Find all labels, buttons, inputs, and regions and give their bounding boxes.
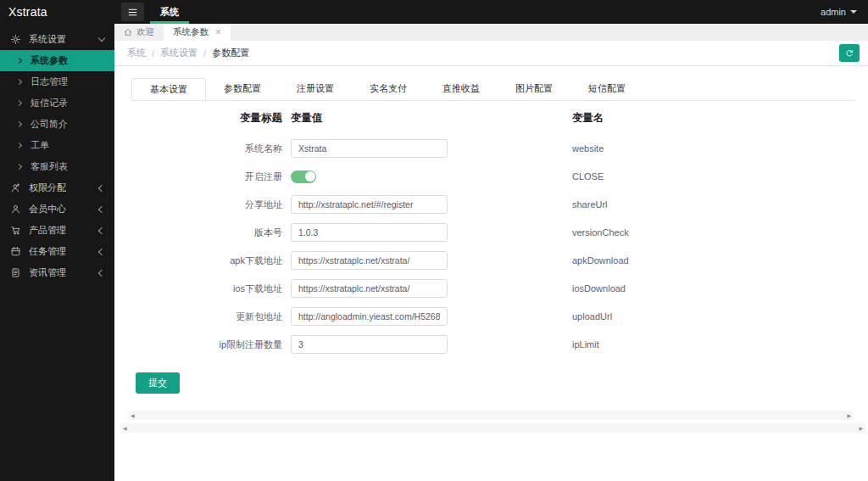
field-value-cell [291, 251, 448, 270]
content-panel: 基本设置参数配置注册设置实名支付直推收益图片配置短信配置 变量标题 变量值 变量… [114, 66, 868, 481]
sidebar-item-label: 系统设置 [29, 33, 99, 46]
field-value-cell [291, 195, 448, 214]
user-dropdown[interactable]: admin [821, 7, 857, 17]
main-area: 系统 admin 欢迎系统参数× 系统 / 系统设置 / 参数配置 [114, 0, 868, 481]
input-apk-download[interactable] [291, 251, 448, 270]
sidebar-item-news-management[interactable]: 资讯管理 [0, 262, 114, 283]
app-root: Xstrata 系统设置系统参数日志管理短信记录公司简介工单客服列表权限分配会员… [0, 0, 868, 481]
sidebar-subitem-label: 工单 [31, 139, 49, 152]
settings-tab-图片配置[interactable]: 图片配置 [498, 78, 570, 100]
field-label: ip限制注册数量 [131, 338, 291, 351]
breadcrumb-separator: / [152, 48, 154, 59]
sidebar-item-label: 产品管理 [29, 224, 99, 237]
sidebar-subitem-company-profile[interactable]: 公司简介 [0, 114, 114, 135]
horizontal-scrollbar-outer[interactable]: ◀ ▶ [120, 423, 865, 433]
form-row-register-open: 开启注册CLOSE [131, 167, 855, 186]
chevron-left-icon [98, 184, 105, 191]
variable-name: shareUrl [572, 199, 608, 210]
field-value-cell [291, 335, 448, 354]
sidebar-item-system-settings[interactable]: 系统设置 [0, 29, 114, 50]
sidebar-subitem-work-orders[interactable]: 工单 [0, 135, 114, 156]
sidebar-item-permission-assign[interactable]: 权限分配 [0, 177, 114, 199]
field-label: apk下载地址 [131, 254, 291, 267]
variable-name: CLOSE [572, 171, 604, 182]
chevron-down-icon [98, 35, 105, 42]
caret-down-icon [850, 10, 857, 14]
input-share-url[interactable] [291, 195, 448, 214]
form-row-version: 版本号versionCheck [131, 223, 855, 242]
close-icon[interactable]: × [215, 27, 221, 37]
form-header-row: 变量标题 变量值 变量名 [131, 109, 855, 127]
input-ios-download[interactable] [291, 279, 448, 298]
scroll-right-icon[interactable]: ▶ [847, 413, 851, 418]
refresh-icon [844, 48, 854, 59]
nav-tab-label: 系统 [160, 6, 179, 19]
col-header-title: 变量标题 [131, 111, 291, 126]
sidebar-subitem-label: 短信记录 [31, 97, 68, 109]
sidebar-item-label: 任务管理 [29, 245, 99, 258]
tag-tab-label: 系统参数 [173, 26, 209, 38]
field-label: 版本号 [131, 227, 291, 239]
input-version[interactable] [291, 223, 448, 242]
settings-tab-短信配置[interactable]: 短信配置 [570, 78, 643, 100]
col-header-name: 变量名 [572, 111, 604, 126]
breadcrumb-item-system[interactable]: 系统 [127, 47, 146, 59]
sidebar-subitem-label: 公司简介 [31, 118, 68, 131]
sidebar-item-label: 权限分配 [29, 182, 99, 194]
chevron-right-icon [16, 164, 22, 170]
breadcrumb: 系统 / 系统设置 / 参数配置 [127, 47, 249, 59]
variable-name: ipLimit [572, 339, 599, 350]
input-upload-url[interactable] [291, 307, 448, 326]
sidebar-item-task-management[interactable]: 任务管理 [0, 241, 114, 262]
settings-tab-基本设置[interactable]: 基本设置 [131, 78, 206, 100]
field-label: 分享地址 [131, 199, 291, 211]
settings-tab-注册设置[interactable]: 注册设置 [279, 78, 352, 100]
scroll-left-icon[interactable]: ◀ [131, 413, 135, 418]
field-label: 更新包地址 [131, 310, 291, 323]
settings-tab-参数配置[interactable]: 参数配置 [206, 78, 279, 100]
variable-name: iosDownload [572, 283, 626, 294]
sidebar-subitem-log-management[interactable]: 日志管理 [0, 71, 114, 92]
form-rows: 系统名称website开启注册CLOSE分享地址shareUrl版本号versi… [131, 139, 855, 354]
sidebar-toggle-button[interactable] [121, 3, 144, 21]
sidebar-subitem-service-list[interactable]: 客服列表 [0, 156, 114, 177]
sidebar: Xstrata 系统设置系统参数日志管理短信记录公司简介工单客服列表权限分配会员… [0, 0, 114, 481]
user-icon [10, 204, 21, 215]
sidebar-subitem-sms-records[interactable]: 短信记录 [0, 92, 114, 114]
variable-name: apkDownload [572, 255, 629, 266]
field-label: ios下载地址 [131, 282, 291, 295]
breadcrumb-item-current: 参数配置 [212, 47, 249, 59]
toggle-register-open[interactable] [291, 171, 316, 183]
tag-tab-label: 欢迎 [136, 26, 154, 38]
tag-tab-system-params[interactable]: 系统参数× [164, 24, 231, 41]
field-value-cell [291, 139, 448, 158]
active-tab-underline [150, 21, 189, 24]
form-row-share-url: 分享地址shareUrl [131, 195, 855, 214]
breadcrumb-bar: 系统 / 系统设置 / 参数配置 [114, 41, 868, 66]
chevron-left-icon [98, 205, 105, 212]
chevron-left-icon [98, 269, 105, 276]
chevron-right-icon [16, 121, 22, 127]
nav-tab-system[interactable]: 系统 [150, 0, 189, 24]
sidebar-item-product-management[interactable]: 产品管理 [0, 220, 114, 241]
field-label: 系统名称 [131, 143, 291, 155]
settings-tab-直推收益[interactable]: 直推收益 [425, 78, 498, 100]
settings-tabs: 基本设置参数配置注册设置实名支付直推收益图片配置短信配置 [131, 78, 855, 101]
chevron-right-icon [16, 143, 22, 148]
submit-button[interactable]: 提交 [136, 372, 180, 394]
horizontal-scrollbar-inner[interactable]: ◀ ▶ [128, 411, 854, 420]
breadcrumb-item-system-settings[interactable]: 系统设置 [160, 47, 198, 59]
scroll-left-icon[interactable]: ◀ [123, 426, 127, 431]
form-row-apk-download: apk下载地址apkDownload [131, 251, 855, 270]
gear-icon [10, 34, 21, 45]
refresh-button[interactable] [839, 44, 860, 62]
input-system-name[interactable] [291, 139, 448, 158]
col-header-value: 变量值 [291, 111, 448, 126]
settings-tab-实名支付[interactable]: 实名支付 [352, 78, 425, 100]
scroll-right-icon[interactable]: ▶ [859, 426, 863, 431]
input-ip-limit[interactable] [291, 335, 448, 354]
sidebar-subitem-system-params[interactable]: 系统参数 [0, 50, 114, 71]
user-key-icon [10, 182, 21, 193]
sidebar-item-member-center[interactable]: 会员中心 [0, 199, 114, 220]
tag-tab-welcome[interactable]: 欢迎 [114, 24, 164, 41]
